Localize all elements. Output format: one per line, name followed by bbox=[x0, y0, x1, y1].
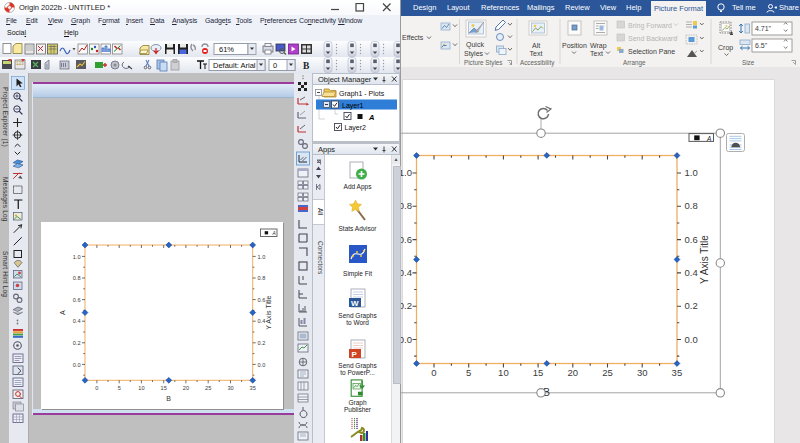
svg-text:0.2: 0.2 bbox=[400, 300, 412, 311]
svg-text:A: A bbox=[272, 231, 276, 236]
svg-text:1.0: 1.0 bbox=[73, 254, 81, 260]
svg-text:A: A bbox=[59, 310, 66, 315]
svg-text:10: 10 bbox=[138, 385, 144, 391]
svg-text:0.4: 0.4 bbox=[400, 267, 412, 278]
svg-text:0.8: 0.8 bbox=[685, 200, 698, 211]
svg-text:10: 10 bbox=[498, 367, 509, 378]
svg-text:0.0: 0.0 bbox=[73, 362, 81, 368]
svg-text:15: 15 bbox=[161, 385, 167, 391]
svg-text:Y Axis Title: Y Axis Title bbox=[699, 235, 710, 284]
svg-text:Y Axis Title: Y Axis Title bbox=[265, 296, 272, 330]
svg-text:0.0: 0.0 bbox=[400, 334, 412, 345]
svg-text:5: 5 bbox=[118, 385, 121, 391]
svg-text:0.0: 0.0 bbox=[258, 362, 266, 368]
svg-text:1.0: 1.0 bbox=[685, 167, 698, 178]
svg-text:25: 25 bbox=[602, 367, 613, 378]
svg-text:0.2: 0.2 bbox=[685, 300, 698, 311]
svg-text:0.8: 0.8 bbox=[400, 200, 412, 211]
svg-text:0.6: 0.6 bbox=[400, 234, 412, 245]
svg-text:30: 30 bbox=[637, 367, 648, 378]
svg-text:0.4: 0.4 bbox=[685, 267, 698, 278]
svg-text:0.4: 0.4 bbox=[73, 318, 81, 324]
svg-text:0.6: 0.6 bbox=[73, 297, 81, 303]
svg-text:35: 35 bbox=[672, 367, 683, 378]
svg-text:5: 5 bbox=[466, 367, 471, 378]
svg-text:20: 20 bbox=[568, 367, 579, 378]
svg-text:25: 25 bbox=[205, 385, 211, 391]
svg-text:A: A bbox=[706, 135, 711, 142]
svg-text:0.8: 0.8 bbox=[258, 275, 266, 281]
svg-text:B: B bbox=[166, 395, 171, 402]
svg-text:0.6: 0.6 bbox=[685, 234, 698, 245]
svg-text:0.0: 0.0 bbox=[685, 334, 698, 345]
svg-text:15: 15 bbox=[533, 367, 544, 378]
svg-text:0.8: 0.8 bbox=[73, 275, 81, 281]
svg-text:0.2: 0.2 bbox=[73, 340, 81, 346]
svg-text:1.0: 1.0 bbox=[258, 254, 266, 260]
svg-text:0: 0 bbox=[431, 367, 436, 378]
svg-text:0.2: 0.2 bbox=[258, 340, 266, 346]
svg-text:30: 30 bbox=[227, 385, 233, 391]
svg-text:1.0: 1.0 bbox=[400, 167, 412, 178]
svg-text:35: 35 bbox=[250, 385, 256, 391]
svg-text:20: 20 bbox=[183, 385, 189, 391]
svg-text:0: 0 bbox=[95, 385, 98, 391]
